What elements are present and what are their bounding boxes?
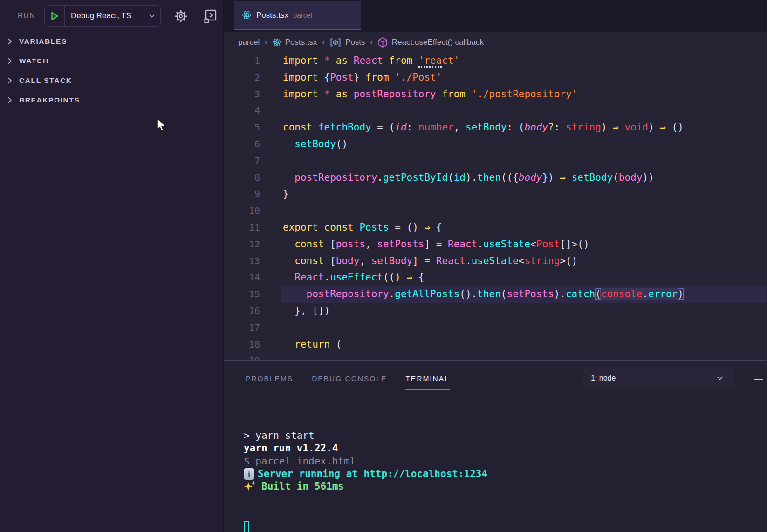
code-line[interactable]: 9} <box>224 186 767 203</box>
line-content: export const Posts = () ⇒ { <box>260 219 442 236</box>
breadcrumb-separator-icon: › <box>264 37 267 47</box>
tab-terminal[interactable]: TERMINAL <box>405 375 449 383</box>
sidebar-section-variables[interactable]: VARIABLES <box>0 32 223 51</box>
code-line[interactable]: 5const fetchBody = (id: number, setBody:… <box>224 119 767 136</box>
chevron-right-icon <box>6 76 14 85</box>
code-line[interactable]: 14 React.useEffect(() ⇒ { <box>224 269 767 286</box>
terminal-text: Built in 561ms <box>261 480 344 493</box>
panel-collapse-button[interactable] <box>754 379 763 380</box>
code-line[interactable]: 6 setBody() <box>224 136 767 153</box>
line-number: 5 <box>224 119 260 136</box>
line-content: import * as postRepository from './postR… <box>260 86 577 103</box>
info-icon <box>244 468 254 480</box>
debug-config-dropdown[interactable]: Debug React, TS <box>44 5 161 27</box>
code-line[interactable]: 19 <box>224 353 767 360</box>
breadcrumb-item-file[interactable]: Posts.tsx <box>272 38 317 47</box>
tab-file-name: Posts.tsx <box>256 11 288 20</box>
terminal-line: $ parcel index.html <box>244 455 487 468</box>
line-content: import * as React from 'react' <box>260 53 459 69</box>
terminal-instance-select[interactable]: 1: node <box>583 368 735 388</box>
react-icon <box>242 10 252 20</box>
code-line[interactable]: 15 postRepository.getAllPosts().then(set… <box>224 286 767 303</box>
start-debug-button[interactable] <box>45 6 65 26</box>
code-line[interactable]: 18 return ( <box>224 336 767 353</box>
line-number: 8 <box>224 170 260 186</box>
code-line[interactable]: 13 const [body, setBody] = React.useStat… <box>224 253 767 270</box>
sidebar-section-watch[interactable]: WATCH <box>0 51 223 71</box>
code-line[interactable]: 1import * as React from 'react' <box>224 53 767 69</box>
chevron-right-icon <box>6 96 14 104</box>
terminal-text: $ parcel index.html <box>244 455 356 468</box>
line-number: 15 <box>224 286 260 303</box>
breadcrumb: parcel › Posts.tsx › Posts › <box>224 32 767 53</box>
breadcrumb-label: React.useEffect() callback <box>392 38 484 47</box>
breadcrumb-item-symbol-posts[interactable]: Posts <box>329 38 365 47</box>
terminal-line: yarn run v1.22.4 <box>244 442 487 455</box>
line-number: 1 <box>224 53 260 69</box>
editor-area: Posts.tsx parcel parcel › Posts.tsx › <box>224 0 767 360</box>
terminal-lines: > yarn startyarn run v1.22.4$ parcel ind… <box>244 430 487 493</box>
line-content: const [body, setBody] = React.useState<s… <box>260 253 577 270</box>
line-content: postRepository.getAllPosts().then(setPos… <box>260 286 684 303</box>
line-number: 9 <box>224 186 260 203</box>
debug-sidebar: RUN Debug React, TS <box>0 0 224 532</box>
symbol-namespace-cube-icon <box>377 37 388 48</box>
breadcrumb-item-symbol-callback[interactable]: React.useEffect() callback <box>377 37 484 48</box>
code-line[interactable]: 17 <box>224 320 767 336</box>
chevron-down-icon <box>716 374 724 382</box>
tab-posts-tsx[interactable]: Posts.tsx parcel <box>234 1 361 30</box>
tab-folder-hint: parcel <box>293 11 312 19</box>
code-editor[interactable]: 1import * as React from 'react'2import {… <box>224 53 767 360</box>
terminal-output[interactable]: > yarn startyarn run v1.22.4$ parcel ind… <box>244 404 487 532</box>
line-content: postRepository.getPostById(id).then(({bo… <box>260 170 654 186</box>
code-line[interactable]: 7 <box>224 153 767 170</box>
breadcrumb-separator-icon: › <box>322 37 325 47</box>
symbol-component-icon <box>329 38 342 47</box>
code-line[interactable]: 3import * as postRepository from './post… <box>224 86 767 103</box>
debug-sections: VARIABLES WATCH CALL STACK BREAKPOINTS <box>0 32 223 110</box>
terminal-text: yarn run v1.22.4 <box>244 442 338 455</box>
line-number: 17 <box>224 320 260 336</box>
tab-debug-console[interactable]: DEBUG CONSOLE <box>312 375 387 383</box>
line-content: }, []) <box>260 303 330 320</box>
line-content: const [posts, setPosts] = React.useState… <box>260 236 589 253</box>
terminal-line: Built in 561ms <box>244 480 487 493</box>
breadcrumb-label: parcel <box>238 38 260 47</box>
code-line[interactable]: 10 <box>224 203 767 219</box>
line-number: 12 <box>224 236 260 253</box>
chevron-right-icon <box>6 57 14 65</box>
line-content: const fetchBody = (id: number, setBody: … <box>260 119 684 136</box>
sidebar-section-call-stack[interactable]: CALL STACK <box>0 71 223 90</box>
code-line[interactable]: 2import {Post} from './Post' <box>224 69 767 86</box>
terminal-instance-value: 1: node <box>591 374 616 382</box>
section-label: CALL STACK <box>19 76 72 85</box>
code-line[interactable]: 8 postRepository.getPostById(id).then(({… <box>224 170 767 186</box>
line-content: return ( <box>260 336 342 353</box>
line-content <box>260 153 283 170</box>
line-number: 16 <box>224 303 260 320</box>
open-debug-console-button[interactable] <box>202 8 218 24</box>
code-lines: 1import * as React from 'react'2import {… <box>224 53 767 360</box>
line-content: import {Post} from './Post' <box>260 69 442 86</box>
code-line[interactable]: 11export const Posts = () ⇒ { <box>224 219 767 236</box>
breadcrumb-item-folder[interactable]: parcel <box>238 38 260 47</box>
breadcrumb-separator-icon: › <box>370 37 372 47</box>
line-number: 7 <box>224 153 260 170</box>
terminal-text: > yarn start <box>244 430 315 442</box>
sparkles-icon <box>244 481 257 493</box>
code-line[interactable]: 16 }, []) <box>224 303 767 320</box>
code-line[interactable]: 12 const [posts, setPosts] = React.useSt… <box>224 236 767 253</box>
line-content: React.useEffect(() ⇒ { <box>260 269 425 286</box>
debug-settings-button[interactable] <box>173 8 189 24</box>
breadcrumb-label: Posts <box>345 38 365 47</box>
sidebar-section-breakpoints[interactable]: BREAKPOINTS <box>0 90 223 110</box>
chevron-right-icon <box>6 37 14 46</box>
tab-problems[interactable]: PROBLEMS <box>246 375 293 383</box>
line-number: 18 <box>224 336 260 353</box>
line-number: 14 <box>224 269 260 286</box>
mouse-cursor <box>155 117 169 135</box>
code-line[interactable]: 4 <box>224 102 767 119</box>
run-label: RUN <box>18 12 35 20</box>
line-content <box>260 353 283 360</box>
terminal-line: > yarn start <box>244 430 487 442</box>
